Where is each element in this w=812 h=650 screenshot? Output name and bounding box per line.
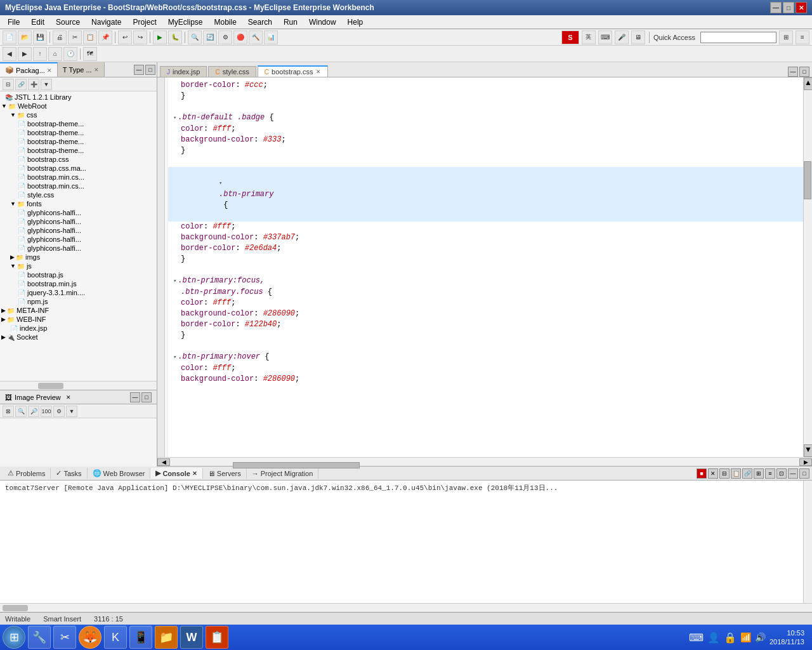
list-item[interactable]: 📄 npm.js <box>0 297 157 306</box>
list-item[interactable]: 📄 bootstrap-theme... <box>0 119 157 128</box>
start-button[interactable]: ⊞ <box>3 626 25 649</box>
list-item[interactable]: 📄 glyphicons-halfi... <box>0 244 157 253</box>
list-item[interactable]: 📄 bootstrap-theme... <box>0 128 157 137</box>
console-btn7[interactable]: ≡ <box>765 468 775 479</box>
h-scrollbar-thumb[interactable] <box>38 383 63 389</box>
input-btn2[interactable]: ⌨ <box>598 30 612 44</box>
code-content-area[interactable]: border-color: #ccc; } ▾ .btn-default .ba… <box>168 77 803 457</box>
list-item[interactable]: 📄 index.jsp <box>0 324 157 333</box>
tab-servers[interactable]: 🖥 Servers <box>203 468 247 479</box>
menu-project[interactable]: Project <box>128 17 161 28</box>
menu-source[interactable]: Source <box>51 17 85 28</box>
new-button[interactable]: 📄 <box>3 30 16 44</box>
tab-project-migration[interactable]: → Project Migration <box>247 468 319 479</box>
stop-console-button[interactable]: ■ <box>697 468 707 479</box>
scrollbar-h-thumb[interactable] <box>233 462 360 468</box>
console-h-thumb[interactable] <box>3 605 28 611</box>
minimize-bottom[interactable]: — <box>788 468 798 479</box>
refresh-button[interactable]: 🔄 <box>203 30 217 44</box>
deploy-button[interactable]: 🔴 <box>233 30 247 44</box>
menu-navigate[interactable]: Navigate <box>86 17 126 28</box>
bootstrap-tab-close[interactable]: ✕ <box>316 69 321 75</box>
nav-button[interactable]: 🗺 <box>83 47 97 61</box>
list-item[interactable]: 📄 glyphicons-halfi... <box>0 226 157 235</box>
menu-help[interactable]: Help <box>343 17 369 28</box>
mic-button[interactable]: 🎤 <box>615 30 629 44</box>
fold-icon[interactable]: ▾ <box>173 113 176 124</box>
tree-item-webroot[interactable]: ▼ 📁 WebRoot <box>0 102 157 110</box>
run-button[interactable]: ▶ <box>153 30 167 44</box>
list-item[interactable]: 📄 glyphicons-halfi... <box>0 235 157 244</box>
cut-button[interactable]: ✂ <box>68 30 82 44</box>
zoom-in-button[interactable]: 🔍 <box>15 406 27 417</box>
menu-myeclipse[interactable]: MyEclipse <box>163 17 208 28</box>
taskbar-eclipse[interactable]: 📁 <box>155 626 178 649</box>
list-item[interactable]: 📄 bootstrap.css.ma... <box>0 164 157 173</box>
tab-console[interactable]: ▶ Console ✕ <box>150 468 202 479</box>
tab-bootstrap-css[interactable]: C bootstrap.css ✕ <box>258 65 328 77</box>
console-btn8[interactable]: ⊡ <box>776 468 787 479</box>
img-preview-close[interactable]: ✕ <box>66 394 71 401</box>
copy-button[interactable]: 📋 <box>83 30 97 44</box>
scrollbar-up-arrow[interactable]: ▲ <box>804 77 812 90</box>
forward-button[interactable]: ▶ <box>18 47 32 61</box>
list-item[interactable]: 📄 glyphicons-halfi... <box>0 217 157 226</box>
back-button[interactable]: ◀ <box>3 47 16 61</box>
fold-icon[interactable]: ▾ <box>219 180 222 187</box>
menu-window[interactable]: Window <box>304 17 341 28</box>
menu-run[interactable]: Run <box>278 17 303 28</box>
link-editor-button[interactable]: 🔗 <box>15 79 27 90</box>
home-button[interactable]: ⌂ <box>48 47 62 61</box>
minimize-button[interactable]: — <box>770 2 782 13</box>
taskbar-word[interactable]: W <box>180 626 203 649</box>
list-item[interactable]: 📄 bootstrap.js <box>0 270 157 279</box>
zoom-custom-button[interactable]: ⚙ <box>53 406 65 417</box>
tree-item-socket[interactable]: ▶ 🔌 Socket <box>0 333 157 342</box>
open-perspective-button[interactable]: ⊞ <box>779 30 793 44</box>
new-resource-button[interactable]: ➕ <box>28 79 39 90</box>
file-tree[interactable]: 📚 JSTL 1.2.1 Library ▼ 📁 WebRoot ▼ 📁 css… <box>0 91 157 381</box>
console-btn4[interactable]: 📋 <box>731 468 741 479</box>
taskbar-firefox[interactable]: 🦊 <box>79 626 102 649</box>
build-button[interactable]: 🔨 <box>249 30 263 44</box>
debug-button[interactable]: 🐛 <box>168 30 182 44</box>
taskbar-tools[interactable]: 🔧 <box>28 626 51 649</box>
menu-search[interactable]: Search <box>243 17 277 28</box>
customize-perspective-button[interactable]: ≡ <box>796 30 809 44</box>
input-mode-button[interactable]: 英 <box>582 30 596 44</box>
tree-item-webinf[interactable]: ▶ 📁 WEB-INF <box>0 315 157 324</box>
fold-icon[interactable]: ▾ <box>173 276 176 287</box>
up-button[interactable]: ↑ <box>33 47 47 61</box>
list-item[interactable]: 📄 glyphicons-halfi... <box>0 208 157 217</box>
tree-item-jstl[interactable]: 📚 JSTL 1.2.1 Library <box>0 93 157 102</box>
history-button[interactable]: 🕐 <box>63 47 77 61</box>
editor-scrollbar-v[interactable]: ▲ ▼ <box>803 77 812 457</box>
paste-button[interactable]: 📌 <box>98 30 112 44</box>
open-button[interactable]: 📂 <box>18 30 32 44</box>
tree-item-imgs[interactable]: ▶ 📁 imgs <box>0 253 157 262</box>
maximize-button[interactable]: □ <box>783 2 794 13</box>
view-menu-button[interactable]: ▼ <box>41 79 52 90</box>
zoom-out-button[interactable]: 🔎 <box>28 406 39 417</box>
tab-problems[interactable]: ⚠ Problems <box>3 468 51 479</box>
maximize-left-panel[interactable]: □ <box>145 65 155 75</box>
list-item[interactable]: 📄 bootstrap-theme... <box>0 137 157 146</box>
list-item[interactable]: 📄 bootstrap.min.js <box>0 279 157 288</box>
list-item[interactable]: 📄 bootstrap.css <box>0 155 157 164</box>
tab-index-jsp[interactable]: J index.jsp <box>160 66 207 77</box>
tree-item-metainf[interactable]: ▶ 📁 META-INF <box>0 306 157 315</box>
tree-item-css[interactable]: ▼ 📁 css <box>0 110 157 119</box>
minimize-editor[interactable]: — <box>788 67 798 77</box>
taskbar-scissors[interactable]: ✂ <box>53 626 76 649</box>
collapse-all-button[interactable]: ⊟ <box>3 79 14 90</box>
maximize-editor[interactable]: □ <box>799 67 809 77</box>
list-item[interactable]: 📄 style.css <box>0 190 157 199</box>
quick-access-input[interactable] <box>700 32 776 43</box>
console-btn5[interactable]: 🔗 <box>742 468 752 479</box>
print-button[interactable]: 🖨 <box>53 30 67 44</box>
maximize-img-preview[interactable]: □ <box>141 392 152 402</box>
fold-icon[interactable]: ▾ <box>173 352 176 363</box>
console-scrollbar-v[interactable] <box>803 481 812 603</box>
scrollbar-right-arrow[interactable]: ▶ <box>799 458 812 466</box>
type-hierarchy-tab[interactable]: T Type ... ✕ <box>58 62 105 77</box>
